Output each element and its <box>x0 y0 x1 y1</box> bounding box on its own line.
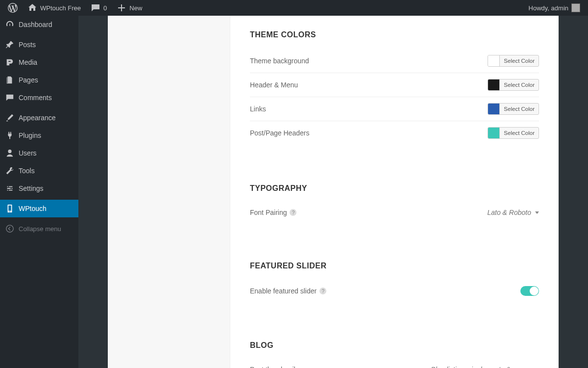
sidebar-item-media[interactable]: Media <box>0 53 78 71</box>
sidebar-item-comments[interactable]: Comments <box>0 89 78 106</box>
sidebar-item-settings[interactable]: Settings <box>0 180 78 197</box>
featured-slider-toggle[interactable] <box>520 286 539 296</box>
settings-icon <box>5 184 15 193</box>
new-content-link[interactable]: New <box>113 0 146 16</box>
color-picker-header-menu[interactable]: Select Color <box>488 79 539 91</box>
row-post-thumbnails: Post thumbnails Blog listing, single pos… <box>250 360 539 368</box>
howdy-link[interactable]: Howdy, admin <box>525 0 584 16</box>
admin-bar-right: Howdy, admin <box>525 0 584 16</box>
wp-logo[interactable] <box>4 0 22 16</box>
sidebar-item-wptouch[interactable]: WPtouch <box>0 200 78 217</box>
select-color-button[interactable]: Select Color <box>500 129 539 137</box>
plug-icon <box>5 131 15 140</box>
post-thumbnails-dropdown[interactable]: Blog listing, single posts & pages <box>431 366 539 368</box>
comments-count: 0 <box>103 4 107 12</box>
admin-bar-left: WPtouch Free 0 New <box>4 0 146 16</box>
sidebar-item-label: Dashboard <box>19 21 52 28</box>
row-links: Links Select Color <box>250 97 539 121</box>
sidebar-item-label: Pages <box>19 76 38 84</box>
row-label: Links <box>250 105 266 113</box>
sidebar-item-label: Appearance <box>19 114 56 122</box>
sidebar-item-label: Plugins <box>19 131 41 139</box>
sidebar-item-label: Posts <box>19 41 36 49</box>
sidebar-item-users[interactable]: Users <box>0 144 78 162</box>
section-typography: TYPOGRAPHY Font Pairing ? Lato & Roboto <box>250 184 539 222</box>
dropdown-value: Blog listing, single posts & pages <box>431 366 531 368</box>
chevron-down-icon <box>535 211 539 214</box>
sidebar-item-pages[interactable]: Pages <box>0 71 78 89</box>
comments-link[interactable]: 0 <box>87 0 111 16</box>
row-label: Header & Menu <box>250 81 298 89</box>
color-picker-post-headers[interactable]: Select Color <box>488 127 539 139</box>
wrench-icon <box>5 166 15 176</box>
site-name-link[interactable]: WPtouch Free <box>24 0 85 16</box>
sidebar-item-tools[interactable]: Tools <box>0 162 78 180</box>
select-color-button[interactable]: Select Color <box>500 80 539 89</box>
color-swatch <box>488 79 500 90</box>
sidebar-item-label: WPtouch <box>19 205 47 212</box>
panel-sidebar <box>108 16 230 368</box>
phone-icon <box>5 204 15 213</box>
section-title: THEME COLORS <box>250 30 539 39</box>
media-icon <box>5 57 15 67</box>
new-label: New <box>129 4 142 12</box>
sidebar-item-label: Comments <box>19 94 52 102</box>
color-picker-theme-background[interactable]: Select Color <box>488 55 539 67</box>
admin-menu: Dashboard Posts Media Pages Comments App… <box>0 16 78 368</box>
row-theme-background: Theme background Select Color <box>250 49 539 73</box>
comment-icon <box>5 93 15 103</box>
select-color-button[interactable]: Select Color <box>500 105 539 113</box>
section-title: BLOG <box>250 341 539 350</box>
sidebar-item-appearance[interactable]: Appearance <box>0 109 78 127</box>
section-title: TYPOGRAPHY <box>250 184 539 193</box>
row-label: Font Pairing ? <box>250 209 296 216</box>
pin-icon <box>5 40 15 50</box>
section-blog: BLOG Post thumbnails Blog listing, singl… <box>250 341 539 368</box>
row-label: Post/Page Headers <box>250 129 309 137</box>
home-icon <box>27 3 37 13</box>
section-featured-slider: FEATURED SLIDER Enable featured slider ? <box>250 262 539 302</box>
row-header-menu: Header & Menu Select Color <box>250 73 539 97</box>
settings-panel: THEME COLORS Theme background Select Col… <box>108 16 559 368</box>
svg-point-0 <box>6 225 13 232</box>
wordpress-icon <box>8 3 18 13</box>
row-label: Enable featured slider ? <box>250 287 326 295</box>
help-icon[interactable]: ? <box>319 288 326 294</box>
comment-icon <box>91 3 100 13</box>
row-post-page-headers: Post/Page Headers Select Color <box>250 121 539 145</box>
sidebar-item-label: Settings <box>19 184 44 192</box>
dropdown-value: Lato & Roboto <box>487 209 531 216</box>
section-theme-colors: THEME COLORS Theme background Select Col… <box>250 30 539 145</box>
color-swatch <box>488 128 500 138</box>
font-pairing-dropdown[interactable]: Lato & Roboto <box>487 209 539 216</box>
plus-icon <box>117 3 126 13</box>
site-name: WPtouch Free <box>40 4 81 12</box>
howdy-text: Howdy, admin <box>529 4 568 12</box>
sidebar-item-label: Users <box>19 149 37 157</box>
help-icon[interactable]: ? <box>290 209 296 216</box>
section-title: FEATURED SLIDER <box>250 262 539 270</box>
sidebar-item-dashboard[interactable]: Dashboard <box>0 16 78 33</box>
row-label: Theme background <box>250 57 309 65</box>
collapse-icon <box>5 224 15 234</box>
row-label: Post thumbnails <box>250 366 299 368</box>
sidebar-item-posts[interactable]: Posts <box>0 36 78 53</box>
pages-icon <box>5 75 15 85</box>
dashboard-icon <box>5 20 15 29</box>
sidebar-item-plugins[interactable]: Plugins <box>0 127 78 144</box>
select-color-button[interactable]: Select Color <box>500 56 539 65</box>
main-content: THEME COLORS Theme background Select Col… <box>78 0 588 368</box>
color-swatch <box>488 55 500 66</box>
color-picker-links[interactable]: Select Color <box>488 103 539 115</box>
row-font-pairing: Font Pairing ? Lato & Roboto <box>250 203 539 222</box>
row-enable-featured-slider: Enable featured slider ? <box>250 280 539 302</box>
user-avatar-icon <box>571 3 580 12</box>
sidebar-item-label: Tools <box>19 167 35 175</box>
toggle-knob <box>530 287 539 295</box>
collapse-menu[interactable]: Collapse menu <box>0 220 78 237</box>
brush-icon <box>5 113 15 123</box>
color-swatch <box>488 104 500 114</box>
collapse-label: Collapse menu <box>19 225 61 233</box>
user-icon <box>5 148 15 158</box>
admin-bar: WPtouch Free 0 New Howdy, admin <box>0 0 588 16</box>
